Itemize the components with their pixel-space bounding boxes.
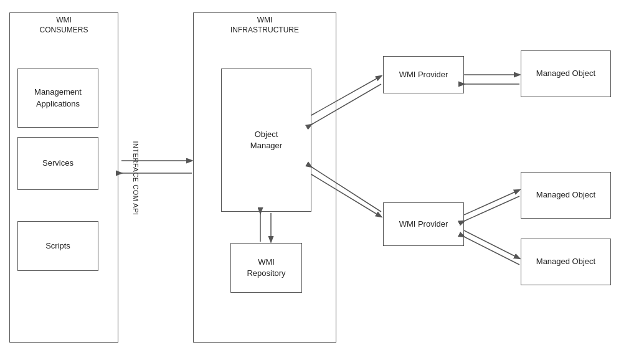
interface-com-api-label: INTERFACE COM API [98,56,117,293]
svg-line-9 [464,196,519,221]
wmi-provider-top-box: WMI Provider [383,56,464,93]
wmi-repository-box: WMIRepository [230,243,302,293]
wmi-provider-bottom-box: WMI Provider [383,202,464,246]
svg-line-10 [464,230,519,258]
management-applications-box: ManagementApplications [17,69,98,128]
svg-line-8 [464,190,519,215]
managed-object-mid-box: Managed Object [521,172,611,219]
wmi-infrastructure-label: WMI INFRASTRUCTURE [193,16,336,35]
svg-line-11 [464,237,519,265]
wmi-consumers-label: WMI CONSUMERS [9,16,118,35]
diagram-container: WMI CONSUMERS ManagementApplications Ser… [0,0,644,360]
services-box: Services [17,137,98,190]
managed-object-bottom-box: Managed Object [521,239,611,285]
managed-object-top-box: Managed Object [521,50,611,97]
scripts-box: Scripts [17,221,98,271]
object-manager-box: ObjectManager [221,69,311,212]
